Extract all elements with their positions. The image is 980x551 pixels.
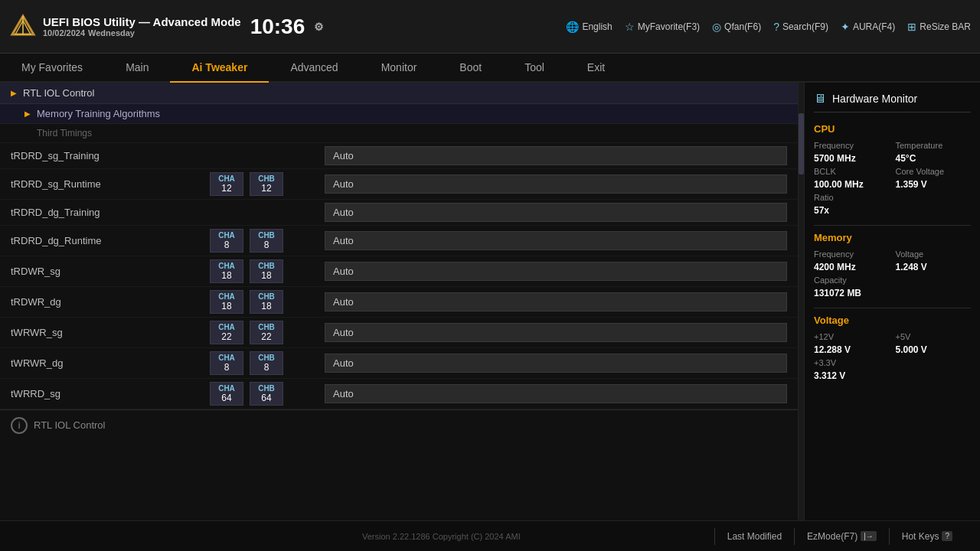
footer-ez-mode[interactable]: EzMode(F7) |→ [794, 528, 889, 545]
channel-values-twrwr-dg: CHA 8 CHB 8 [210, 351, 325, 375]
chb-value-twrrd-sg: 64 [256, 393, 276, 403]
cpu-bclk-label: BCLK [814, 167, 890, 176]
mem-freq-label: Frequency [814, 249, 890, 259]
scrollbar-thumb[interactable] [799, 113, 804, 174]
cha-box-trdrd-sg-runtime: CHA 12 [210, 172, 243, 196]
cpu-freq-label: Frequency [814, 141, 890, 150]
logo-area: UEFI BIOS Utility — Advanced Mode 10/02/… [9, 13, 324, 41]
cha-label-trdwr-sg: CHA [217, 262, 237, 270]
v33-label: +3.3V [814, 358, 890, 367]
nav-monitor[interactable]: Monitor [360, 54, 439, 83]
cha-value-trdwr-sg: 18 [217, 270, 237, 281]
v5-label: +5V [896, 332, 972, 341]
action-myfavorite[interactable]: ☆ MyFavorite(F3) [625, 21, 700, 33]
footer-hot-keys[interactable]: Hot Keys ? [889, 528, 965, 545]
mem-voltage-value: 1.248 V [896, 262, 972, 272]
cpu-ratio-empty-value [896, 205, 972, 216]
globe-icon: 🌐 [566, 21, 579, 33]
action-qfan-label: Qfan(F6) [724, 21, 761, 32]
chb-label-trdrd-sg-runtime: CHB [256, 174, 276, 183]
rtl-iol-label: RTL IOL Control [23, 87, 94, 99]
channel-values-twrrd-sg: CHA 64 CHB 64 [210, 382, 325, 406]
footer-last-modified[interactable]: Last Modified [714, 528, 794, 545]
param-name-trdwr-sg: tRDWR_sg [11, 266, 210, 277]
action-qfan[interactable]: ◎ Qfan(F6) [712, 21, 761, 33]
nav-exit[interactable]: Exit [566, 54, 626, 83]
auto-field-trdwr-dg[interactable]: Auto [325, 292, 787, 311]
action-english-label: English [582, 21, 612, 32]
hw-memory-grid: Frequency Voltage 4200 MHz 1.248 V Capac… [814, 249, 971, 298]
datetime-block: 10/02/2024 Wednesday [43, 28, 241, 37]
v5-value: 5.000 V [896, 344, 972, 355]
footer-version: Version 2.22.1286 Copyright (C) 2024 AMI [168, 532, 714, 541]
action-english[interactable]: 🌐 English [566, 21, 612, 33]
chb-value-trdwr-sg: 18 [256, 270, 276, 281]
hw-monitor-title: 🖥 Hardware Monitor [814, 92, 971, 112]
action-resizebar[interactable]: ⊞ ReSize BAR [907, 21, 971, 33]
section-memory-training[interactable]: ▶ Memory Training Algorithms [0, 104, 798, 124]
clock-display: 10:36 [250, 15, 305, 39]
search-icon: ? [773, 21, 779, 33]
cha-value-trdrd-dg-runtime: 8 [217, 240, 237, 250]
chb-value-trdwr-dg: 18 [256, 301, 276, 311]
auto-field-trdwr-sg[interactable]: Auto [325, 262, 787, 281]
chb-value-trdrd-dg-runtime: 8 [256, 240, 276, 250]
mem-capacity-value: 131072 MB [814, 288, 890, 298]
date-label: 10/02/2024 [43, 28, 85, 37]
auto-field-trdrd-sg-runtime[interactable]: Auto [325, 174, 787, 194]
cpu-temp-value: 45°C [896, 153, 972, 164]
mem-capacity-empty-value [896, 288, 972, 298]
nav-ai-tweaker[interactable]: Ai Tweaker [170, 54, 269, 83]
scrollbar[interactable] [798, 83, 804, 520]
hot-keys-label: Hot Keys [902, 531, 939, 542]
cpu-voltage-value: 1.359 V [896, 179, 972, 190]
action-search-label: Search(F9) [782, 21, 828, 32]
channel-values-twrwr-sg: CHA 22 CHB 22 [210, 321, 325, 344]
v33-empty-value [896, 370, 972, 381]
rtl-arrow-icon: ▶ [11, 89, 17, 97]
ez-mode-key: |→ [861, 531, 877, 541]
chb-value-twrwr-sg: 22 [256, 331, 276, 342]
mem-capacity-empty [896, 276, 972, 285]
chb-value-trdrd-sg-runtime: 12 [256, 183, 276, 194]
hw-cpu-title: CPU [814, 123, 971, 135]
cha-label-twrrd-sg: CHA [217, 384, 237, 393]
nav-my-favorites[interactable]: My Favorites [0, 54, 104, 83]
auto-field-twrwr-dg[interactable]: Auto [325, 354, 787, 373]
auto-field-trdrd-dg-runtime[interactable]: Auto [325, 231, 787, 250]
mem-capacity-label: Capacity [814, 276, 890, 285]
section-rtl-iol-control[interactable]: ▶ RTL IOL Control [0, 83, 798, 104]
footer-actions: Last Modified EzMode(F7) |→ Hot Keys ? [714, 528, 965, 545]
bios-title: UEFI BIOS Utility — Advanced Mode [43, 15, 241, 28]
chb-box-twrwr-dg: CHB 8 [250, 351, 283, 375]
favorite-icon: ☆ [625, 21, 635, 33]
cha-value-twrrd-sg: 64 [217, 393, 237, 403]
action-aura[interactable]: ✦ AURA(F4) [841, 21, 895, 33]
param-row-trdrd-sg-runtime: tRDRD_sg_Runtime CHA 12 CHB 12 Auto [0, 169, 798, 200]
param-name-twrwr-sg: tWRWR_sg [11, 327, 210, 338]
auto-field-twrwr-sg[interactable]: Auto [325, 323, 787, 342]
auto-field-trdrd-sg-training[interactable]: Auto [325, 146, 787, 165]
param-row-twrrd-sg: tWRRD_sg CHA 64 CHB 64 Auto [0, 379, 798, 409]
nav-tool[interactable]: Tool [503, 54, 566, 83]
memory-arrow-icon: ▶ [24, 109, 31, 118]
chb-label-twrwr-dg: CHB [256, 354, 276, 362]
asus-logo-icon [9, 13, 37, 41]
hw-memory-title: Memory [814, 232, 971, 243]
nav-boot[interactable]: Boot [438, 54, 503, 83]
cha-value-trdrd-sg-runtime: 12 [217, 183, 237, 194]
auto-field-trdrd-dg-training[interactable]: Auto [325, 203, 787, 222]
chb-label-twrwr-sg: CHB [256, 323, 276, 331]
v33-empty [896, 358, 972, 367]
action-search[interactable]: ? Search(F9) [773, 21, 828, 33]
chb-box-twrrd-sg: CHB 64 [250, 382, 283, 406]
action-myfavorite-label: MyFavorite(F3) [638, 21, 700, 32]
auto-field-twrrd-sg[interactable]: Auto [325, 384, 787, 403]
monitor-icon: 🖥 [814, 92, 826, 106]
v12-value: 12.288 V [814, 344, 890, 355]
nav-advanced[interactable]: Advanced [269, 54, 359, 83]
nav-main[interactable]: Main [104, 54, 170, 83]
third-timings-label: Third Timings [0, 124, 798, 143]
right-panel: 🖥 Hardware Monitor CPU Frequency Tempera… [804, 83, 980, 520]
gear-icon[interactable]: ⚙ [314, 21, 324, 33]
